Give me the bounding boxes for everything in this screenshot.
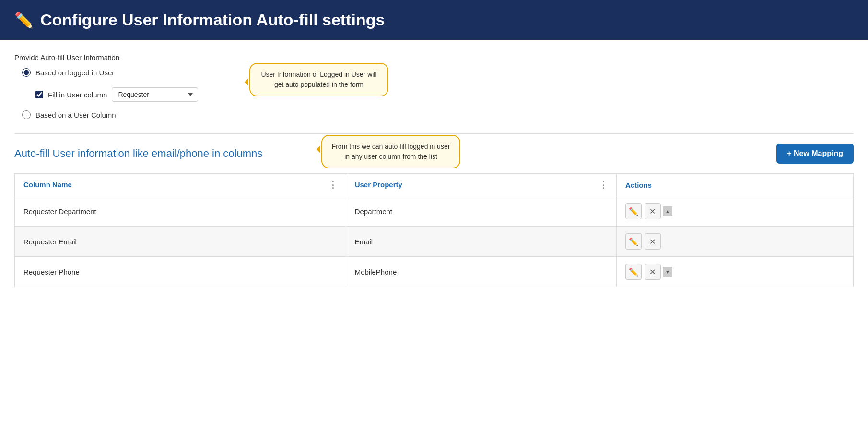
edit-button[interactable]: ✏️ <box>625 203 642 219</box>
user-column-dropdown[interactable]: Requester Assignee Reporter Manager <box>112 87 198 102</box>
pencil-icon: ✏️ <box>14 11 34 29</box>
column-name-dots-icon[interactable]: ⋮ <box>328 180 337 189</box>
section-divider <box>14 133 854 134</box>
user-property-header: User Property ⋮ <box>346 174 616 196</box>
delete-button[interactable]: ✕ <box>645 233 661 250</box>
radio-logged-in-user-input[interactable] <box>22 68 31 77</box>
delete-button[interactable]: ✕ <box>645 203 661 219</box>
action-buttons: ✏️ ✕ <box>625 264 661 280</box>
page-header: ✏️ Configure User Information Auto-fill … <box>0 0 868 40</box>
radio-logged-in-user[interactable]: Based on logged in User <box>22 68 854 77</box>
actions-cell: ✏️ ✕ ▲ <box>616 196 853 227</box>
actions-cell: ✏️ ✕ ▼ <box>616 257 853 287</box>
new-mapping-button[interactable]: + New Mapping <box>776 144 854 164</box>
page-title: Configure User Information Auto-fill set… <box>40 11 385 29</box>
actions-header: Actions <box>616 174 853 196</box>
column-name-cell: Requester Department <box>15 196 346 227</box>
table-row: Requester Department Department ✏️ ✕ ▲ <box>15 196 854 227</box>
scroll-buttons: ▼ <box>663 267 672 277</box>
column-name-header: Column Name ⋮ <box>15 174 346 196</box>
fill-user-column-row: Fill in User column Requester Assignee R… <box>22 87 854 102</box>
actions-cell: ✏️ ✕ <box>616 227 853 257</box>
action-buttons: ✏️ ✕ <box>625 203 661 219</box>
table-row: Requester Phone MobilePhone ✏️ ✕ ▼ <box>15 257 854 287</box>
tooltip-user-column-fill: From this we can auto fill logged in use… <box>321 135 460 168</box>
user-property-cell: MobilePhone <box>346 257 616 287</box>
autofill-title: Auto-fill User information like email/ph… <box>14 147 262 160</box>
tooltip-logged-in-user: User Information of Logged in User will … <box>249 63 388 96</box>
column-name-cell: Requester Email <box>15 227 346 257</box>
user-property-dots-icon[interactable]: ⋮ <box>599 180 608 189</box>
scroll-up-button[interactable]: ▲ <box>663 206 672 216</box>
user-property-cell: Department <box>346 196 616 227</box>
column-name-cell: Requester Phone <box>15 257 346 287</box>
provide-label: Provide Auto-fill User Information <box>14 53 854 61</box>
action-buttons: ✏️ ✕ <box>625 233 661 250</box>
radio-user-column[interactable]: Based on a User Column <box>22 110 854 119</box>
edit-button[interactable]: ✏️ <box>625 233 642 250</box>
mapping-table: Column Name ⋮ User Property ⋮ Actions Re… <box>14 173 854 287</box>
delete-button[interactable]: ✕ <box>645 264 661 280</box>
radio-logged-in-user-label: Based on logged in User <box>35 69 114 77</box>
radio-user-column-input[interactable] <box>22 110 31 119</box>
radio-user-column-label: Based on a User Column <box>35 111 116 119</box>
edit-button[interactable]: ✏️ <box>625 264 642 280</box>
radio-group: Based on logged in User Fill in User col… <box>14 68 854 119</box>
fill-user-column-checkbox[interactable] <box>35 91 43 98</box>
scroll-down-button[interactable]: ▼ <box>663 267 672 277</box>
fill-user-column-label: Fill in User column <box>48 91 107 99</box>
scroll-buttons: ▲ <box>663 206 672 216</box>
table-header-row: Column Name ⋮ User Property ⋮ Actions <box>15 174 854 196</box>
user-property-cell: Email <box>346 227 616 257</box>
provide-section: Provide Auto-fill User Information Based… <box>14 53 854 119</box>
main-content: Provide Auto-fill User Information Based… <box>0 40 868 301</box>
table-row: Requester Email Email ✏️ ✕ <box>15 227 854 257</box>
